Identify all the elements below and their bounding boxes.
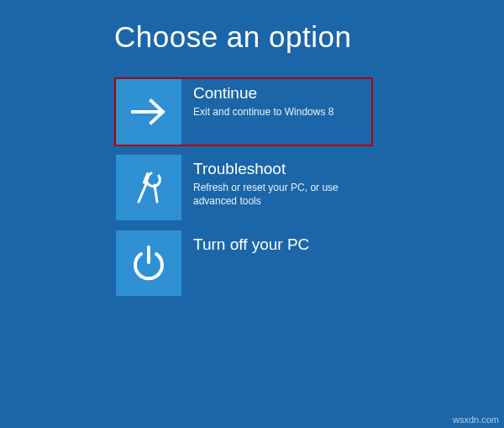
arrow-right-icon [116, 79, 181, 145]
option-text: Troubleshoot Refresh or reset your PC, o… [181, 155, 371, 208]
option-continue[interactable]: Continue Exit and continue to Windows 8 [114, 77, 373, 146]
page-title: Choose an option [114, 20, 504, 54]
power-icon [116, 230, 181, 296]
svg-line-3 [155, 185, 157, 202]
option-title: Troubleshoot [193, 160, 363, 178]
option-text: Continue Exit and continue to Windows 8 [181, 79, 371, 119]
boot-options-screen: Choose an option Continue Exit and conti… [0, 0, 504, 298]
option-troubleshoot[interactable]: Troubleshoot Refresh or reset your PC, o… [114, 153, 373, 222]
svg-line-1 [139, 184, 146, 202]
option-description: Exit and continue to Windows 8 [193, 105, 353, 119]
svg-point-4 [154, 175, 157, 178]
option-title: Continue [193, 84, 363, 103]
option-text: Turn off your PC [181, 230, 371, 256]
option-description: Refresh or reset your PC, or use advance… [193, 181, 353, 208]
option-turn-off[interactable]: Turn off your PC [114, 229, 373, 298]
tools-icon [116, 155, 181, 220]
watermark: wsxdn.com [453, 415, 499, 425]
option-title: Turn off your PC [193, 235, 363, 254]
